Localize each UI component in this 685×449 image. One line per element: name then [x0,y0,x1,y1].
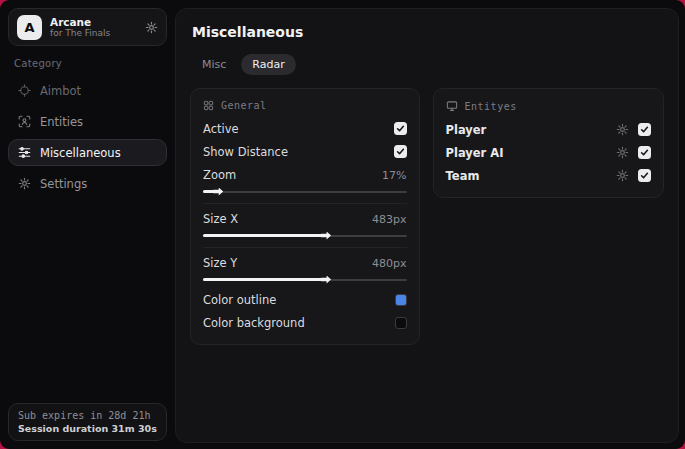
entity-label: Player AI [446,146,504,160]
setting-label: Size Y [203,256,237,270]
zoom-slider[interactable] [203,187,407,196]
gear-icon [18,177,31,190]
app-window: A Arcane for The Finals Category [0,0,685,449]
entity-label: Player [446,123,487,137]
player-checkbox[interactable] [638,123,651,136]
check-icon [640,125,649,134]
entity-label: Team [446,169,480,183]
size-x-slider[interactable] [203,231,407,240]
sidebar-item-miscellaneous[interactable]: Miscellaneous [8,139,167,166]
setting-row-zoom: Zoom 17% [203,165,407,185]
setting-label: Show Distance [203,145,288,159]
sliders-icon [18,146,31,159]
check-icon [396,124,405,133]
slider-thumb[interactable] [321,276,331,284]
zoom-value: 17% [382,169,406,182]
setting-row-show-distance: Show Distance [203,140,407,163]
setting-group-size-x: Size X 483px [203,203,407,244]
app-logo: A [17,15,42,40]
sidebar-item-label: Miscellaneous [40,146,121,160]
sidebar: A Arcane for The Finals Category [0,0,175,449]
tab-misc[interactable]: Misc [191,54,237,75]
setting-label: Color background [203,316,305,330]
check-icon [640,171,649,180]
size-x-value: 483px [372,213,407,226]
setting-group-zoom: Zoom 17% [203,163,407,200]
app-logo-card: A Arcane for The Finals [8,8,167,46]
grid-icon [203,100,214,111]
sub-expires-text: Sub expires in 28d 21h [18,410,157,421]
monitor-icon [446,100,458,112]
entity-controls [616,169,651,182]
slider-track [203,191,407,193]
subscription-card: Sub expires in 28d 21h Session duration … [8,403,167,441]
setting-row-size-x: Size X 483px [203,209,407,229]
setting-row-active: Active [203,117,407,140]
slider-fill [203,234,323,237]
setting-row-color-outline: Color outline [203,288,407,311]
color-outline-swatch[interactable] [395,294,407,306]
sidebar-item-settings[interactable]: Settings [8,170,167,197]
setting-row-color-background: Color background [203,311,407,334]
size-y-slider[interactable] [203,275,407,284]
check-icon [396,147,405,156]
setting-row-size-y: Size Y 480px [203,253,407,273]
gear-icon[interactable] [616,169,629,182]
team-checkbox[interactable] [638,169,651,182]
app-title-block: Arcane for The Finals [50,16,110,38]
slider-thumb[interactable] [213,188,223,196]
category-label: Category [14,58,161,69]
entities-panel-header: Entityes [446,100,651,112]
slider-thumb[interactable] [321,232,331,240]
app-subtitle: for The Finals [50,28,110,38]
sidebar-item-entities[interactable]: Entities [8,108,167,135]
general-panel-header: General [203,100,407,111]
entity-controls [616,146,651,159]
check-icon [640,148,649,157]
panels-row: General Active Show Distance Z [190,88,664,345]
tab-radar[interactable]: Radar [241,54,295,75]
player-ai-checkbox[interactable] [638,146,651,159]
show-distance-checkbox[interactable] [394,145,407,158]
sidebar-item-label: Aimbot [40,84,81,98]
entity-row-team: Team [446,164,651,187]
crosshair-icon [18,84,31,97]
app-title: Arcane [50,16,110,28]
setting-label: Color outline [203,293,276,307]
entity-controls [616,123,651,136]
entities-panel-title: Entityes [465,101,517,112]
setting-label: Active [203,122,239,136]
entity-row-player: Player [446,118,651,141]
setting-group-size-y: Size Y 480px [203,247,407,288]
page-title: Miscellaneous [192,24,664,40]
gear-icon[interactable] [616,146,629,159]
slider-fill [203,278,323,281]
sidebar-item-label: Entities [40,115,83,129]
size-y-value: 480px [372,257,407,270]
active-checkbox[interactable] [394,122,407,135]
gear-icon[interactable] [145,21,158,34]
general-panel-title: General [221,100,267,111]
color-background-swatch[interactable] [395,317,407,329]
entity-row-player-ai: Player AI [446,141,651,164]
entities-panel: Entityes Player [433,88,664,198]
main-content: Miscellaneous Misc Radar Gene [175,8,679,443]
setting-label: Size X [203,212,238,226]
scan-icon [18,115,31,128]
sidebar-item-aimbot[interactable]: Aimbot [8,77,167,104]
general-panel: General Active Show Distance Z [190,88,420,345]
sidebar-item-label: Settings [40,177,87,191]
setting-label: Zoom [203,168,236,182]
tab-bar: Misc Radar [191,54,664,75]
sidebar-nav: Aimbot Entities [8,77,167,197]
session-duration-text: Session duration 31m 30s [18,423,157,434]
gear-icon[interactable] [616,123,629,136]
